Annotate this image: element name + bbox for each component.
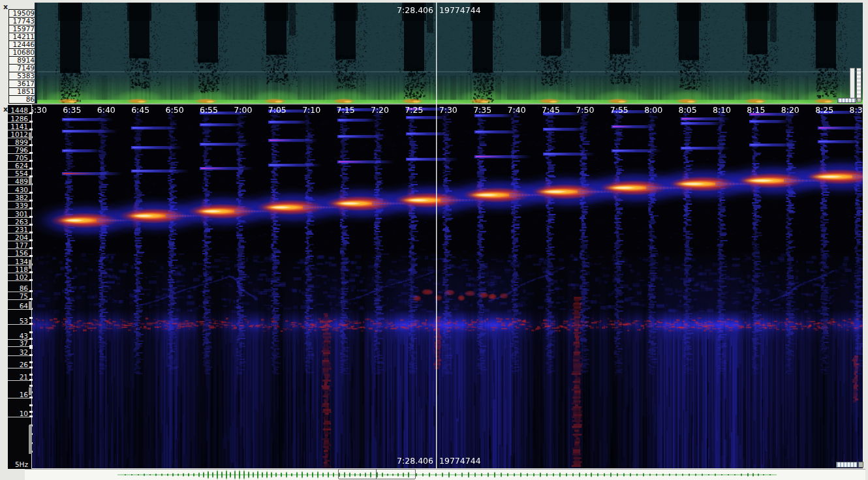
main-frequency-label: 263 [8,218,31,226]
frequency-tick [29,279,33,281]
frequency-tick [29,354,33,356]
frequency-tick [29,404,33,406]
main-frequency-label: 10 [8,410,31,417]
main-frequency-label: 156 [8,249,31,257]
main-frequency-label: 554 [8,170,31,177]
scale-marker [29,260,32,269]
frequency-tick [29,152,33,154]
frequency-tick [29,379,33,381]
frequency-tick [29,144,33,146]
main-frequency-label: 75 [8,292,31,300]
main-frequency-label: 489 [8,177,31,185]
frequency-tick [29,298,33,300]
main-frequency-label: 86 [8,284,31,292]
main-frequency-label: 16 [8,391,31,398]
main-frequency-label: 32 [8,348,31,356]
cursor-frame-readout-top: 19774744 [439,5,481,15]
cursor-time-readout-top: 7:28.406 [342,5,433,15]
main-frequency-label: 204 [8,233,31,241]
frequency-tick [29,374,33,376]
frequency-tick [29,397,33,398]
top-pane-vertical-indicator [850,68,855,100]
main-pane-indicator-square [858,462,863,468]
frequency-tick [29,112,33,114]
main-frequency-label: 1448 [8,106,31,114]
frequency-tick [29,160,33,162]
frequency-tick [29,317,33,319]
main-frequency-label: 134 [8,258,31,265]
frequency-tick [29,385,33,387]
main-frequency-label: 231 [8,226,31,233]
scale-marker [29,387,32,395]
frequency-tick [29,271,33,273]
main-frequency-label: 64 [8,302,31,310]
main-frequency-label: 899 [8,138,31,146]
cursor-time-readout-bottom: 7:28.406 [342,456,433,466]
frequency-tick [29,290,33,292]
frequency-tick [29,239,33,241]
frequency-tick [29,247,33,249]
scale-marker [29,301,32,309]
main-frequency-label: 301 [8,210,31,218]
main-frequency-label: 705 [8,154,31,162]
main-frequency-label: 1286 [8,115,31,123]
frequency-tick [29,207,33,209]
app-frame: x 19509177431597714211124461068089147149… [0,0,868,480]
scale-marker [29,425,32,454]
main-frequency-label: 177 [8,241,31,249]
main-frequency-scale: 1448128611411012899796705624554489430382… [8,104,32,469]
main-frequency-label: 102 [8,273,31,281]
frequency-tick [29,121,33,123]
main-frequency-label: 37 [8,339,31,347]
frequency-tick [29,338,33,340]
main-frequency-label: 796 [8,146,31,154]
overview-playhead[interactable] [376,469,377,479]
main-frequency-label: 624 [8,162,31,170]
frequency-tick [29,216,33,218]
top-frequency-label: 86 [9,96,36,103]
frequency-tick [29,168,33,170]
frequency-tick [29,232,33,233]
main-frequency-label: 21 [8,373,31,381]
frequency-tick [29,255,33,257]
frequency-tick [29,415,33,417]
frequency-tick [29,224,33,226]
top-pane-progress-bar [837,98,856,103]
frequency-tick [29,367,33,368]
main-frequency-label: 1012 [8,130,31,138]
main-frequency-label: 339 [8,202,31,209]
overview-view-region[interactable] [338,469,416,479]
overview-waveform-canvas[interactable] [25,470,865,480]
cursor-frame-readout-bottom: 19774744 [439,456,481,466]
main-pane-progress-bar [836,462,858,468]
main-frequency-label: 53 [8,317,31,325]
main-frequency-label: 26 [8,361,31,368]
main-frequency-label: 382 [8,194,31,202]
main-frequency-label: 5Hz [8,460,31,468]
frequency-tick [29,192,33,194]
top-pane-vertical-progress [856,68,861,100]
overview-pane[interactable] [25,469,865,480]
top-frequency-scale: 1950917743159771421112446106808914714953… [8,9,37,104]
frequency-tick [29,323,33,325]
frequency-tick [29,128,33,130]
spectrogram-top-canvas[interactable] [37,3,863,104]
top-pane-indicator-square [857,98,861,102]
frequency-tick [29,361,33,363]
scale-marker [29,177,32,185]
spectrogram-main-canvas[interactable] [32,104,863,468]
scale-marker [29,132,32,140]
frequency-tick [29,347,33,349]
frequency-tick [29,331,33,333]
main-frequency-label: 118 [8,265,31,273]
frequency-tick [29,411,33,413]
frequency-tick [29,200,33,202]
main-frequency-label: 430 [8,186,31,194]
main-frequency-label: 1141 [8,123,31,130]
